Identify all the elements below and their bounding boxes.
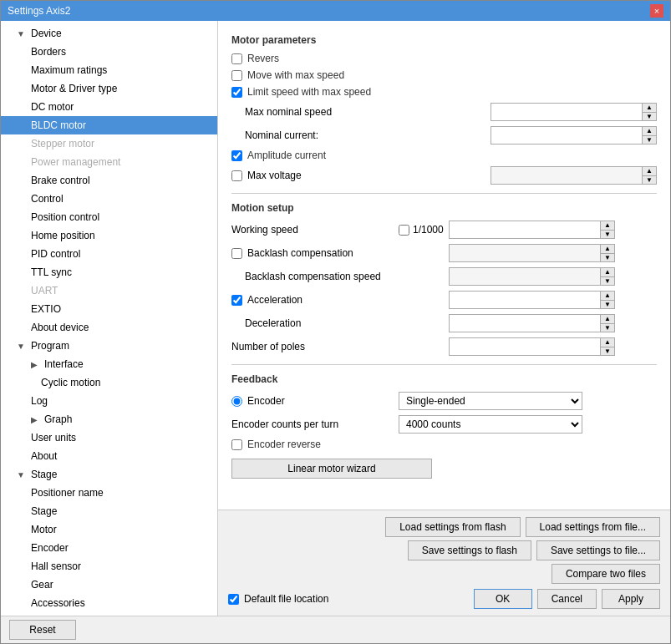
sidebar-item-bldc-motor[interactable]: BLDC motor	[1, 116, 217, 134]
limit-speed-checkbox[interactable]	[231, 87, 242, 98]
tree-section-stage[interactable]: ▼ Stage	[1, 465, 217, 484]
working-speed-up-btn[interactable]: ▲	[601, 221, 614, 230]
sidebar-item-about[interactable]: About	[1, 447, 217, 465]
sidebar-item-encoder[interactable]: Encoder	[1, 539, 217, 557]
nominal-current-down-btn[interactable]: ▼	[643, 135, 656, 144]
revers-label[interactable]: Revers	[247, 53, 279, 64]
sidebar-item-power-management[interactable]: Power management	[1, 153, 217, 171]
working-speed-1000-checkbox[interactable]	[399, 225, 409, 236]
sidebar-item-stepper-motor[interactable]: Stepper motor	[1, 134, 217, 153]
sidebar-item-control[interactable]: Control	[1, 190, 217, 208]
about-label: About	[28, 449, 60, 464]
revers-checkbox[interactable]	[231, 53, 242, 64]
num-poles-down-btn[interactable]: ▼	[601, 347, 614, 355]
save-flash-button[interactable]: Save settings to flash	[408, 540, 531, 560]
compare-files-button[interactable]: Compare two files	[552, 564, 660, 584]
acceleration-input[interactable]: 20.00 deg/s²	[450, 292, 600, 308]
backlash-comp-label[interactable]: Backlash compensation	[247, 247, 353, 259]
reset-button[interactable]: Reset	[9, 620, 76, 640]
amplitude-current-label[interactable]: Amplitude current	[247, 150, 326, 161]
encoder-type-select[interactable]: Single-ended	[399, 393, 582, 409]
move-max-speed-checkbox[interactable]	[231, 70, 242, 81]
nominal-current-up-btn[interactable]: ▲	[643, 127, 656, 135]
sidebar-item-graph[interactable]: ▶ Graph	[1, 410, 217, 428]
backlash-speed-down-btn[interactable]: ▼	[601, 276, 614, 285]
encoder-type-dropdown[interactable]: Single-ended	[399, 392, 582, 410]
deceleration-up-btn[interactable]: ▲	[601, 315, 614, 323]
load-flash-button[interactable]: Load settings from flash	[385, 517, 520, 537]
backlash-comp-up-btn[interactable]: ▲	[601, 245, 614, 253]
acceleration-checkbox[interactable]	[231, 295, 242, 306]
max-nominal-speed-input[interactable]: 50.00 deg/s	[491, 104, 642, 120]
program-label: Program	[28, 338, 73, 353]
sidebar-item-motor-driver-type[interactable]: Motor & Driver type	[1, 79, 217, 98]
load-file-button[interactable]: Load settings from file...	[526, 517, 660, 537]
max-voltage-input[interactable]: 12000 mV	[491, 167, 642, 184]
sidebar-item-log[interactable]: Log	[1, 392, 217, 410]
sidebar-item-motor[interactable]: Motor	[1, 520, 217, 539]
tree-section-device[interactable]: ▼ Device	[1, 24, 217, 43]
backlash-speed-up-btn[interactable]: ▲	[601, 268, 614, 276]
sidebar-item-dc-motor[interactable]: DC motor	[1, 98, 217, 116]
encoder-counts-dropdown[interactable]: 4000 counts	[399, 415, 582, 434]
amplitude-current-checkbox[interactable]	[231, 150, 242, 161]
deceleration-input[interactable]: 50.00 deg/s²	[450, 315, 600, 332]
sidebar-item-ttl-sync[interactable]: TTL sync	[1, 263, 217, 281]
cancel-button[interactable]: Cancel	[537, 589, 597, 609]
limit-speed-label[interactable]: Limit speed with max speed	[247, 86, 371, 98]
sidebar-item-borders[interactable]: Borders	[1, 43, 217, 61]
tree-section-program[interactable]: ▼ Program	[1, 337, 217, 355]
move-max-speed-label[interactable]: Move with max speed	[247, 69, 344, 81]
working-speed-input[interactable]: 20.00 deg/s	[450, 221, 600, 238]
encoder-radio-label[interactable]: Encoder	[247, 395, 285, 407]
sidebar-item-position-control[interactable]: Position control	[1, 208, 217, 226]
backlash-comp-input[interactable]: 18.00 deg	[450, 245, 600, 261]
default-file-label[interactable]: Default file location	[244, 593, 328, 605]
sidebar-item-about-device[interactable]: About device	[1, 318, 217, 337]
encoder-radio[interactable]	[231, 396, 242, 407]
encoder-counts-select[interactable]: 4000 counts	[399, 416, 582, 433]
max-voltage-up-btn[interactable]: ▲	[643, 167, 656, 175]
sidebar-item-maximum-ratings[interactable]: Maximum ratings	[1, 61, 217, 79]
sidebar-item-extio[interactable]: EXTIO	[1, 300, 217, 318]
backlash-comp-down-btn[interactable]: ▼	[601, 253, 614, 261]
max-nominal-speed-down-btn[interactable]: ▼	[643, 112, 656, 120]
acceleration-down-btn[interactable]: ▼	[601, 300, 614, 308]
deceleration-down-btn[interactable]: ▼	[601, 323, 614, 332]
max-voltage-down-btn[interactable]: ▼	[643, 175, 656, 184]
ok-button[interactable]: OK	[474, 589, 532, 609]
sidebar-item-home-position[interactable]: Home position	[1, 226, 217, 245]
close-button[interactable]: ×	[650, 4, 663, 18]
sidebar-item-stage[interactable]: Stage	[1, 502, 217, 520]
sidebar-item-interface[interactable]: ▶ Interface	[1, 355, 217, 373]
max-ratings-label: Maximum ratings	[28, 63, 110, 78]
sidebar-item-accessories[interactable]: Accessories	[1, 594, 217, 612]
sidebar-item-brake-control[interactable]: Brake control	[1, 171, 217, 190]
sidebar-item-gear[interactable]: Gear	[1, 576, 217, 594]
sidebar-item-pid-control[interactable]: PID control	[1, 245, 217, 263]
default-file-checkbox[interactable]	[228, 594, 239, 605]
nominal-current-input[interactable]: 670 mA	[491, 127, 642, 144]
max-voltage-checkbox[interactable]	[231, 170, 242, 181]
max-voltage-label[interactable]: Max voltage	[247, 170, 302, 181]
sidebar-item-hall-sensor[interactable]: Hall sensor	[1, 557, 217, 576]
backlash-comp-checkbox[interactable]	[231, 248, 242, 259]
acceleration-up-btn[interactable]: ▲	[601, 292, 614, 300]
sidebar-item-uart[interactable]: UART	[1, 281, 217, 300]
num-poles-input[interactable]: 200	[450, 338, 600, 355]
acceleration-label[interactable]: Acceleration	[247, 294, 302, 306]
working-speed-down-btn[interactable]: ▼	[601, 230, 614, 238]
sidebar-item-cyclic-motion[interactable]: Cyclic motion	[1, 373, 217, 392]
max-nominal-speed-up-btn[interactable]: ▲	[643, 104, 656, 112]
sidebar-item-user-units[interactable]: User units	[1, 428, 217, 447]
save-file-button[interactable]: Save settings to file...	[536, 540, 660, 560]
apply-button[interactable]: Apply	[602, 589, 660, 609]
backlash-comp-speed-input[interactable]: 20.00 deg/s	[450, 268, 600, 285]
encoder-reverse-label[interactable]: Encoder reverse	[247, 439, 321, 450]
sidebar-item-positioner-name[interactable]: Positioner name	[1, 484, 217, 502]
num-poles-up-btn[interactable]: ▲	[601, 338, 614, 347]
expand-icon-stage: ▼	[14, 470, 28, 479]
working-speed-1000-label[interactable]: 1/1000	[413, 224, 444, 236]
encoder-reverse-checkbox[interactable]	[231, 439, 242, 450]
linear-motor-wizard-button[interactable]: Linear motor wizard	[231, 459, 432, 479]
